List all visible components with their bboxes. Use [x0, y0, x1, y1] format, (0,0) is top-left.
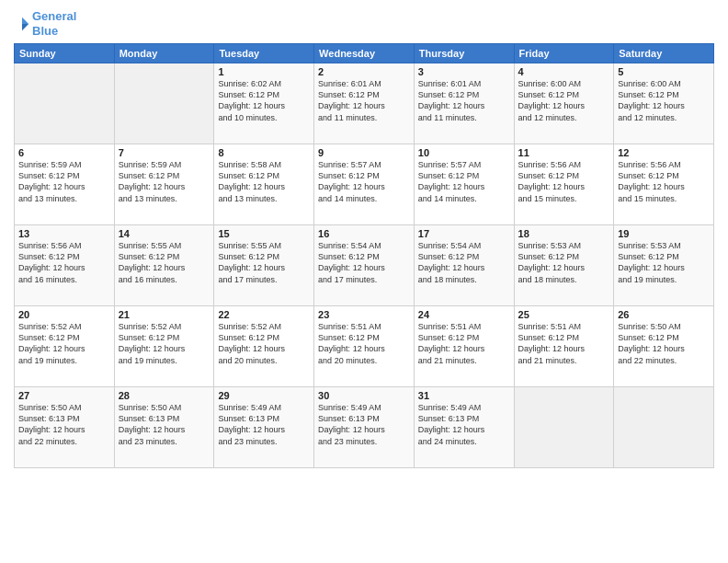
- day-info: Sunrise: 6:00 AM Sunset: 6:12 PM Dayligh…: [618, 78, 710, 123]
- calendar-cell: 6Sunrise: 5:59 AM Sunset: 6:12 PM Daylig…: [15, 144, 115, 225]
- calendar-cell: 20Sunrise: 5:52 AM Sunset: 6:12 PM Dayli…: [15, 306, 115, 387]
- day-number: 25: [518, 309, 610, 320]
- calendar-cell: 2Sunrise: 6:01 AM Sunset: 6:12 PM Daylig…: [314, 63, 415, 144]
- calendar-cell: 8Sunrise: 5:58 AM Sunset: 6:12 PM Daylig…: [214, 144, 314, 225]
- calendar-cell: 3Sunrise: 6:01 AM Sunset: 6:12 PM Daylig…: [414, 63, 514, 144]
- day-info: Sunrise: 6:00 AM Sunset: 6:12 PM Dayligh…: [518, 78, 610, 123]
- calendar-week-2: 6Sunrise: 5:59 AM Sunset: 6:12 PM Daylig…: [15, 144, 714, 225]
- day-info: Sunrise: 5:50 AM Sunset: 6:12 PM Dayligh…: [618, 321, 710, 366]
- day-info: Sunrise: 5:58 AM Sunset: 6:12 PM Dayligh…: [218, 159, 310, 204]
- day-number: 6: [18, 147, 110, 158]
- day-info: Sunrise: 5:57 AM Sunset: 6:12 PM Dayligh…: [318, 159, 410, 204]
- day-number: 26: [618, 309, 710, 320]
- calendar-week-1: 1Sunrise: 6:02 AM Sunset: 6:12 PM Daylig…: [15, 63, 714, 144]
- svg-marker-0: [22, 17, 28, 23]
- page-header: General Blue: [14, 9, 714, 38]
- calendar-cell: 30Sunrise: 5:49 AM Sunset: 6:13 PM Dayli…: [314, 387, 415, 468]
- day-number: 22: [218, 309, 310, 320]
- day-info: Sunrise: 6:02 AM Sunset: 6:12 PM Dayligh…: [218, 78, 310, 123]
- calendar-cell: 4Sunrise: 6:00 AM Sunset: 6:12 PM Daylig…: [514, 63, 614, 144]
- day-number: 3: [418, 66, 510, 77]
- calendar-cell: 9Sunrise: 5:57 AM Sunset: 6:12 PM Daylig…: [314, 144, 415, 225]
- calendar-cell: [114, 63, 214, 144]
- day-number: 9: [318, 147, 410, 158]
- page-container: General Blue SundayMondayTuesdayWednesda…: [0, 0, 728, 563]
- day-number: 17: [418, 228, 510, 239]
- day-number: 29: [218, 390, 310, 401]
- day-number: 2: [318, 66, 410, 77]
- day-info: Sunrise: 5:54 AM Sunset: 6:12 PM Dayligh…: [418, 240, 510, 285]
- weekday-header-friday: Friday: [514, 44, 614, 63]
- day-info: Sunrise: 5:52 AM Sunset: 6:12 PM Dayligh…: [119, 321, 210, 366]
- calendar-cell: 12Sunrise: 5:56 AM Sunset: 6:12 PM Dayli…: [614, 144, 714, 225]
- day-info: Sunrise: 5:53 AM Sunset: 6:12 PM Dayligh…: [618, 240, 710, 285]
- day-info: Sunrise: 5:56 AM Sunset: 6:12 PM Dayligh…: [18, 240, 110, 285]
- day-number: 19: [618, 228, 710, 239]
- svg-marker-1: [22, 24, 28, 30]
- logo-text: General Blue: [32, 9, 76, 38]
- day-info: Sunrise: 5:57 AM Sunset: 6:12 PM Dayligh…: [418, 159, 510, 204]
- calendar-cell: 17Sunrise: 5:54 AM Sunset: 6:12 PM Dayli…: [414, 225, 514, 306]
- calendar-cell: 18Sunrise: 5:53 AM Sunset: 6:12 PM Dayli…: [514, 225, 614, 306]
- day-number: 27: [18, 390, 110, 401]
- weekday-header-sunday: Sunday: [15, 44, 115, 63]
- weekday-header-monday: Monday: [114, 44, 214, 63]
- calendar-cell: 25Sunrise: 5:51 AM Sunset: 6:12 PM Dayli…: [514, 306, 614, 387]
- day-number: 28: [119, 390, 210, 401]
- day-info: Sunrise: 5:55 AM Sunset: 6:12 PM Dayligh…: [119, 240, 210, 285]
- day-number: 31: [418, 390, 510, 401]
- day-number: 8: [218, 147, 310, 158]
- day-info: Sunrise: 5:53 AM Sunset: 6:12 PM Dayligh…: [518, 240, 610, 285]
- day-number: 23: [318, 309, 410, 320]
- weekday-header-thursday: Thursday: [414, 44, 514, 63]
- calendar-cell: 27Sunrise: 5:50 AM Sunset: 6:13 PM Dayli…: [15, 387, 115, 468]
- day-number: 7: [119, 147, 210, 158]
- day-number: 18: [518, 228, 610, 239]
- weekday-header-saturday: Saturday: [614, 44, 714, 63]
- weekday-header-wednesday: Wednesday: [314, 44, 415, 63]
- day-number: 30: [318, 390, 410, 401]
- day-number: 1: [218, 66, 310, 77]
- calendar-cell: 7Sunrise: 5:59 AM Sunset: 6:12 PM Daylig…: [114, 144, 214, 225]
- weekday-header-tuesday: Tuesday: [214, 44, 314, 63]
- logo-icon: [14, 16, 30, 32]
- logo: General Blue: [14, 9, 76, 38]
- calendar-cell: 19Sunrise: 5:53 AM Sunset: 6:12 PM Dayli…: [614, 225, 714, 306]
- day-info: Sunrise: 5:50 AM Sunset: 6:13 PM Dayligh…: [119, 402, 210, 447]
- day-info: Sunrise: 5:51 AM Sunset: 6:12 PM Dayligh…: [418, 321, 510, 366]
- calendar-cell: 10Sunrise: 5:57 AM Sunset: 6:12 PM Dayli…: [414, 144, 514, 225]
- day-number: 11: [518, 147, 610, 158]
- calendar-cell: 28Sunrise: 5:50 AM Sunset: 6:13 PM Dayli…: [114, 387, 214, 468]
- weekday-row: SundayMondayTuesdayWednesdayThursdayFrid…: [15, 44, 714, 63]
- day-info: Sunrise: 5:56 AM Sunset: 6:12 PM Dayligh…: [518, 159, 610, 204]
- calendar-cell: 1Sunrise: 6:02 AM Sunset: 6:12 PM Daylig…: [214, 63, 314, 144]
- calendar-table: SundayMondayTuesdayWednesdayThursdayFrid…: [14, 43, 714, 468]
- calendar-week-3: 13Sunrise: 5:56 AM Sunset: 6:12 PM Dayli…: [15, 225, 714, 306]
- day-info: Sunrise: 5:56 AM Sunset: 6:12 PM Dayligh…: [618, 159, 710, 204]
- day-info: Sunrise: 5:59 AM Sunset: 6:12 PM Dayligh…: [18, 159, 110, 204]
- calendar-cell: [15, 63, 115, 144]
- calendar-header: SundayMondayTuesdayWednesdayThursdayFrid…: [15, 44, 714, 63]
- day-number: 12: [618, 147, 710, 158]
- day-number: 24: [418, 309, 510, 320]
- calendar-week-5: 27Sunrise: 5:50 AM Sunset: 6:13 PM Dayli…: [15, 387, 714, 468]
- day-info: Sunrise: 5:49 AM Sunset: 6:13 PM Dayligh…: [218, 402, 310, 447]
- day-info: Sunrise: 5:55 AM Sunset: 6:12 PM Dayligh…: [218, 240, 310, 285]
- day-number: 5: [618, 66, 710, 77]
- calendar-cell: 23Sunrise: 5:51 AM Sunset: 6:12 PM Dayli…: [314, 306, 415, 387]
- calendar-cell: 11Sunrise: 5:56 AM Sunset: 6:12 PM Dayli…: [514, 144, 614, 225]
- day-info: Sunrise: 5:50 AM Sunset: 6:13 PM Dayligh…: [18, 402, 110, 447]
- calendar-cell: 31Sunrise: 5:49 AM Sunset: 6:13 PM Dayli…: [414, 387, 514, 468]
- day-info: Sunrise: 5:49 AM Sunset: 6:13 PM Dayligh…: [418, 402, 510, 447]
- day-number: 4: [518, 66, 610, 77]
- day-info: Sunrise: 6:01 AM Sunset: 6:12 PM Dayligh…: [318, 78, 410, 123]
- day-info: Sunrise: 5:49 AM Sunset: 6:13 PM Dayligh…: [318, 402, 410, 447]
- calendar-cell: 13Sunrise: 5:56 AM Sunset: 6:12 PM Dayli…: [15, 225, 115, 306]
- day-info: Sunrise: 5:52 AM Sunset: 6:12 PM Dayligh…: [218, 321, 310, 366]
- calendar-cell: 26Sunrise: 5:50 AM Sunset: 6:12 PM Dayli…: [614, 306, 714, 387]
- day-info: Sunrise: 6:01 AM Sunset: 6:12 PM Dayligh…: [418, 78, 510, 123]
- day-number: 15: [218, 228, 310, 239]
- calendar-cell: 5Sunrise: 6:00 AM Sunset: 6:12 PM Daylig…: [614, 63, 714, 144]
- calendar-cell: [614, 387, 714, 468]
- day-info: Sunrise: 5:59 AM Sunset: 6:12 PM Dayligh…: [119, 159, 210, 204]
